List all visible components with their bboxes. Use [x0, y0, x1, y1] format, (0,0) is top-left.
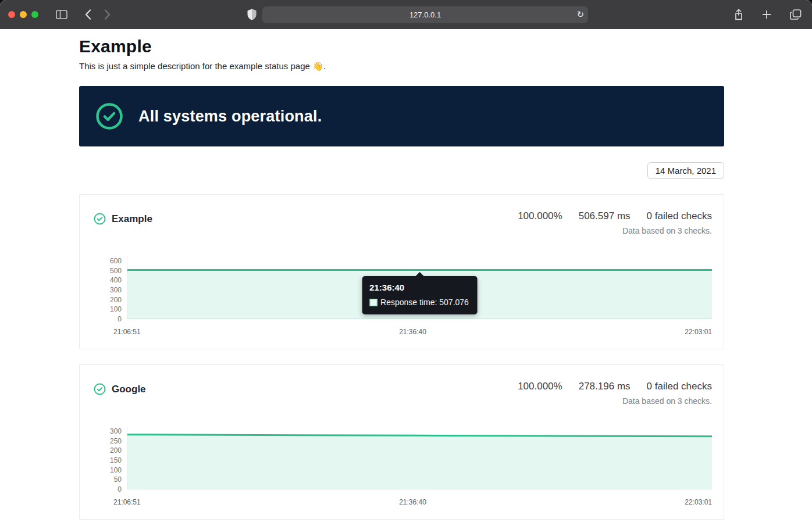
monitor-name: Google [112, 384, 146, 395]
sidebar-toggle-button[interactable] [54, 8, 70, 22]
window-controls [8, 11, 38, 18]
x-axis-labels: 21:06:5121:36:4022:03:01 [113, 498, 712, 506]
y-axis-labels: 050100150200250300 [94, 427, 122, 489]
uptime-percentage: 100.000% [518, 210, 562, 222]
refresh-button[interactable]: ↻ [576, 6, 584, 23]
tabs-overview-button[interactable] [788, 7, 804, 22]
checks-note: Data based on 3 checks. [518, 396, 712, 406]
failed-checks: 0 failed checks [647, 381, 712, 392]
monitor-card-example: Example 100.000% 506.597 ms 0 failed che… [79, 194, 724, 349]
tabs-icon [790, 9, 802, 20]
close-button[interactable] [8, 11, 15, 18]
monitor-name: Example [112, 213, 152, 225]
page-title: Example [79, 37, 724, 56]
browser-window: 127.0.0.1 ↻ [0, 0, 812, 526]
plus-icon [762, 10, 771, 19]
browser-chrome: 127.0.0.1 ↻ [0, 0, 812, 29]
check-circle-icon [95, 102, 123, 130]
status-banner: All systems operational. [79, 86, 724, 146]
sidebar-icon [56, 10, 67, 19]
refresh-icon: ↻ [576, 9, 584, 20]
y-axis-labels: 0100200300400500600 [94, 256, 122, 319]
plot-area[interactable] [127, 427, 712, 489]
failed-checks: 0 failed checks [647, 210, 712, 222]
response-chart: 050100150200250300 [94, 427, 712, 489]
banner-text: All systems operational. [138, 108, 322, 126]
response-chart: 0100200300400500600 21:36:40 Response ti… [94, 256, 712, 319]
back-button[interactable] [83, 7, 94, 22]
checks-note: Data based on 3 checks. [518, 226, 712, 235]
tooltip-label: Response time: 507.076 [380, 298, 469, 307]
minimize-button[interactable] [20, 11, 27, 18]
url-text: 127.0.0.1 [409, 10, 441, 19]
chart-svg [127, 427, 712, 489]
chevron-right-icon [104, 9, 111, 20]
forward-button[interactable] [102, 7, 113, 22]
zoom-button[interactable] [31, 11, 38, 18]
page-description: This is just a simple description for th… [79, 61, 724, 71]
share-icon [734, 9, 743, 20]
page-content: Example This is just a simple descriptio… [0, 29, 812, 526]
tooltip-series-swatch [369, 299, 377, 306]
monitor-status-icon [94, 383, 106, 395]
x-axis-labels: 21:06:5121:36:4022:03:01 [113, 328, 712, 336]
avg-response-time: 506.597 ms [579, 210, 631, 222]
share-button[interactable] [732, 6, 746, 23]
plot-area[interactable]: 21:36:40 Response time: 507.076 [127, 256, 712, 319]
chart-tooltip: 21:36:40 Response time: 507.076 [362, 276, 478, 314]
tooltip-time: 21:36:40 [369, 282, 469, 292]
new-tab-button[interactable] [760, 8, 774, 22]
date-picker-button[interactable]: 14 March, 2021 [647, 162, 724, 179]
monitor-card-google: Google 100.000% 278.196 ms 0 failed chec… [79, 364, 724, 520]
avg-response-time: 278.196 ms [579, 381, 631, 392]
address-bar[interactable]: 127.0.0.1 ↻ [262, 6, 588, 23]
uptime-percentage: 100.000% [518, 381, 562, 392]
chevron-left-icon [85, 9, 91, 20]
monitor-status-icon [94, 213, 106, 225]
privacy-shield-icon[interactable] [247, 9, 257, 20]
